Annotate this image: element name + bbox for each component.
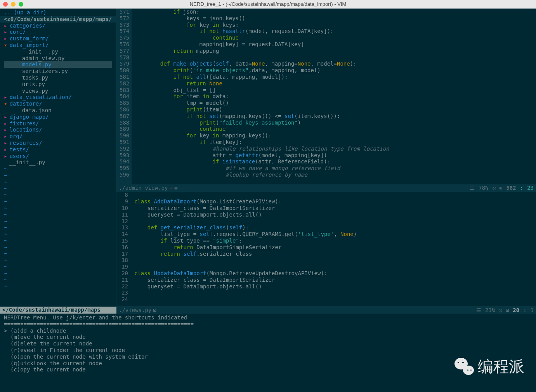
tree-item[interactable]: tasks.py — [0, 75, 116, 81]
tree-item[interactable]: ▾datastore/ — [0, 101, 116, 107]
file-tree[interactable]: .. (up a dir) <z0/Code/sustainhawaii/map… — [0, 9, 116, 307]
window-title: NERD_tree_1 - (~/Code/sustainhawaii/mapp… — [0, 1, 536, 7]
tree-item[interactable]: serializers.py — [0, 68, 116, 75]
empty-line-tilde: ~ — [0, 179, 116, 186]
watermark-text: 编程派 — [478, 357, 524, 376]
chevron-down-icon: ▾ — [4, 101, 7, 107]
wechat-icon — [454, 356, 474, 376]
tree-item[interactable]: ▸org/ — [0, 133, 116, 140]
empty-line-tilde: ~ — [0, 192, 116, 198]
tree-item[interactable]: ▸core/ — [0, 29, 116, 35]
empty-line-tilde: ~ — [0, 257, 116, 264]
menu-item[interactable]: (c)opy the current node — [4, 366, 532, 373]
menu-item[interactable]: (r)eveal in Finder the current node — [4, 347, 532, 354]
chevron-right-icon: ▸ — [4, 114, 7, 120]
tree-item[interactable]: ▸fixtures/ — [0, 120, 116, 127]
menu-item[interactable]: (m)ove the current node — [4, 334, 532, 340]
empty-line-tilde: ~ — [0, 231, 116, 238]
statusbar-buffer2: ./views.py ⊠ ☰ 23% ⦸ ⊠ 20:1 — [116, 307, 536, 314]
menu-item[interactable]: (q)uicklook the current node — [4, 360, 532, 367]
editor-buffer-top[interactable]: 5715725735745755765775785795805815825835… — [116, 9, 536, 192]
menu-item[interactable]: (d)elete the current node — [4, 340, 532, 347]
chevron-right-icon: ▸ — [4, 146, 7, 153]
tree-item[interactable]: admin_view.py — [0, 55, 116, 62]
chevron-right-icon: ▸ — [4, 140, 7, 146]
line-gutter: 89101112131415161718192021222324 — [116, 192, 132, 306]
command-area[interactable]: NERDTree Menu. Use j/k/enter and the sho… — [0, 314, 536, 391]
menu-header: NERDTree Menu. Use j/k/enter and the sho… — [4, 314, 532, 321]
buffer-modified-icon: + — [169, 185, 172, 191]
empty-line-tilde: ~ — [0, 250, 116, 257]
buffer-close-icon[interactable]: ⊠ — [174, 185, 177, 191]
window-titlebar: NERD_tree_1 - (~/Code/sustainhawaii/mapp… — [0, 0, 536, 9]
chevron-right-icon: ▸ — [4, 35, 7, 42]
tree-item[interactable]: views.py — [0, 88, 116, 94]
buffer-close-icon[interactable]: ⊠ — [153, 307, 156, 314]
empty-line-tilde: ~ — [0, 238, 116, 244]
chevron-right-icon: ▸ — [4, 153, 7, 159]
empty-line-tilde: ~ — [0, 198, 116, 205]
watermark: 编程派 — [454, 356, 524, 376]
empty-line-tilde: ~ — [0, 270, 116, 277]
tree-item[interactable]: ▸custom_form/ — [0, 35, 116, 42]
tree-item[interactable]: ▾data_import/ — [0, 42, 116, 49]
buffer-line: 20 — [513, 307, 519, 314]
tree-item[interactable]: data.json — [0, 107, 116, 114]
empty-line-tilde: ~ — [0, 224, 116, 231]
chevron-right-icon: ▸ — [4, 120, 7, 127]
chevron-right-icon: ▸ — [4, 94, 7, 100]
tree-item[interactable]: urls.py — [0, 81, 116, 88]
menu-item[interactable]: (o)pen the current node with system edit… — [4, 354, 532, 360]
empty-line-tilde: ~ — [0, 218, 116, 225]
tree-item[interactable]: ▸categories/ — [0, 23, 116, 29]
buffer-col: 1 — [531, 307, 534, 314]
buffer-percent: 78% — [479, 185, 488, 191]
nerdtree-status: </Code/sustainhawaii/mapp/maps — [0, 307, 116, 314]
empty-line-tilde: ~ — [0, 283, 116, 290]
tree-item[interactable]: ▸django_mapp/ — [0, 114, 116, 120]
tree-item[interactable]: ▸tests/ — [0, 146, 116, 153]
empty-line-tilde: ~ — [0, 205, 116, 212]
empty-line-tilde: ~ — [0, 172, 116, 179]
empty-line-tilde: ~ — [0, 166, 116, 172]
tree-root[interactable]: <z0/Code/sustainhawaii/mapp/maps/ — [0, 16, 116, 23]
menu-separator: ========================================… — [4, 321, 532, 328]
tree-item[interactable]: ▸data_visualization/ — [0, 94, 116, 101]
buffer-col: 23 — [527, 185, 534, 191]
empty-line-tilde: ~ — [0, 244, 116, 251]
chevron-right-icon: ▸ — [4, 23, 7, 29]
tree-item[interactable]: __init__.py — [0, 49, 116, 55]
empty-line-tilde: ~ — [0, 212, 116, 218]
editor-buffer-bottom[interactable]: 89101112131415161718192021222324 class A… — [116, 192, 536, 307]
tree-item[interactable]: ▸users/ — [0, 153, 116, 160]
chevron-right-icon: ▸ — [4, 133, 7, 139]
chevron-down-icon: ▾ — [4, 42, 7, 48]
empty-line-tilde: ~ — [0, 186, 116, 192]
chevron-right-icon: ▸ — [4, 29, 7, 35]
tree-item[interactable]: __init__.py — [0, 159, 116, 166]
buffer-line: 582 — [506, 185, 516, 191]
empty-line-tilde: ~ — [0, 277, 116, 283]
tree-item[interactable]: ▸locations/ — [0, 127, 116, 133]
code-area[interactable]: class AddDataImport(Mongo.ListCreateAPIV… — [132, 192, 536, 306]
tree-item[interactable]: ▸resources/ — [0, 140, 116, 146]
buffer-filename: ./admin_view.py — [119, 185, 168, 191]
chevron-right-icon: ▸ — [4, 127, 7, 133]
tree-updir[interactable]: .. (up a dir) — [0, 9, 116, 16]
line-gutter: 5715725735745755765775785795805815825835… — [116, 9, 132, 184]
code-area[interactable]: if json: keys = json.keys() for key in k… — [132, 9, 536, 184]
empty-line-tilde: ~ — [0, 264, 116, 270]
buffer-filename: ./views.py — [119, 307, 151, 314]
buffer-percent: 23% — [485, 307, 495, 314]
tree-item[interactable]: models.py — [0, 61, 116, 68]
statusbar-buffer1: ./admin_view.py + ⊠ ☰ 78% ⦸ ⊠ 582:23 — [116, 184, 536, 191]
menu-item[interactable]: > (a)dd a childnode — [4, 328, 532, 334]
